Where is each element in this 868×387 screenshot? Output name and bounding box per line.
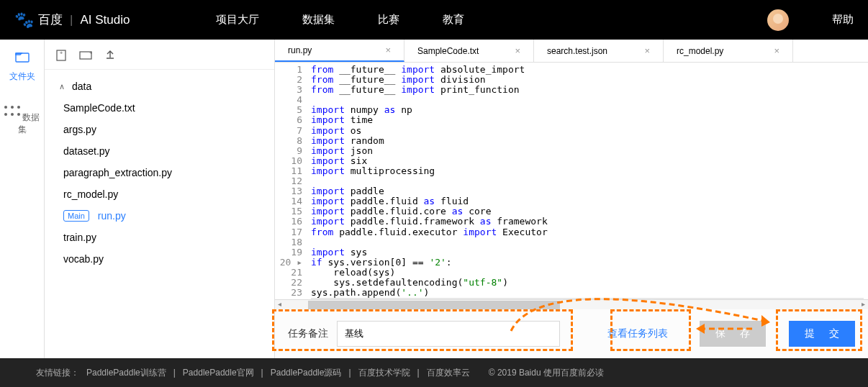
footer-link[interactable]: PaddlePaddle官网 [183,367,254,379]
left-nav-files-label: 文件夹 [9,71,35,81]
footer-link[interactable]: 百度效率云 [427,367,470,379]
tab-rc-model[interactable]: rc_model.py× [664,40,793,62]
tree-file[interactable]: paragraph_extraction.py [45,162,274,183]
code-body[interactable]: from __future__ import absolute_importfr… [307,63,868,299]
left-nav-datasets[interactable]: 数据集 [0,94,44,147]
logo-brand: 百度 [38,12,63,28]
main: 文件夹 数据集 + + data SampleCode.txt args.py … [0,40,868,358]
tree-folder-data[interactable]: data [45,76,274,97]
submit-button[interactable]: 提 交 [789,321,855,347]
editor-area: run.py× SampleCode.txt× search.test.json… [275,40,868,358]
nav-education[interactable]: 教育 [443,13,464,27]
line-gutter: 1234567891011121314151617181920 ▸2122232… [275,63,307,299]
horizontal-scrollbar[interactable] [275,299,868,309]
top-nav: 项目大厅 数据集 比赛 教育 [216,13,464,27]
task-note-label: 任务备注 [288,327,328,340]
file-toolbar: + + [45,44,274,70]
dataset-icon [4,106,20,116]
tree-file-active[interactable]: Mainrun.py [45,205,274,227]
help-link[interactable]: 帮助 [832,13,854,27]
task-note-input[interactable] [337,321,560,347]
tree-file[interactable]: rc_model.py [45,183,274,205]
tree-file[interactable]: vocab.py [45,248,274,270]
tree-file[interactable]: args.py [45,119,274,140]
footer-label: 友情链接： [36,367,79,379]
view-tasks-link[interactable]: 查看任务列表 [599,327,677,340]
file-panel: + + data SampleCode.txt args.py dataset.… [45,40,275,358]
avatar[interactable] [767,9,789,31]
file-tree: data SampleCode.txt args.py dataset.py p… [45,70,274,276]
close-icon[interactable]: × [515,45,520,56]
nav-datasets[interactable]: 数据集 [302,13,335,27]
main-badge: Main [63,210,89,222]
header: 🐾 百度 | AI Studio 项目大厅 数据集 比赛 教育 帮助 [0,0,868,40]
left-nav-files[interactable]: 文件夹 [0,40,44,94]
svg-text:+: + [60,50,63,56]
tree-file[interactable]: SampleCode.txt [45,97,274,119]
tab-run-py[interactable]: run.py× [275,40,404,62]
code-editor[interactable]: 1234567891011121314151617181920 ▸2122232… [275,63,868,299]
header-right: 帮助 [767,9,854,31]
tree-file[interactable]: train.py [45,227,274,248]
tree-file[interactable]: dataset.py [45,140,274,162]
left-nav-datasets-label: 数据集 [18,112,40,135]
footer: 友情链接： PaddlePaddle训练营| PaddlePaddle官网| P… [0,358,868,387]
bottom-bar: 任务备注 查看任务列表 保 存 提 交 [275,309,868,358]
close-icon[interactable]: × [385,45,391,55]
logo-suffix: AI Studio [80,13,130,27]
logo-divider: | [70,13,73,27]
baidu-paw-icon: 🐾 [14,11,34,29]
left-nav: 文件夹 数据集 [0,40,45,358]
scroll-thumb[interactable] [308,301,560,309]
close-icon[interactable]: × [774,45,779,56]
footer-link[interactable]: 百度技术学院 [358,367,410,379]
footer-link[interactable]: PaddlePaddle源码 [271,367,342,379]
editor-tabs: run.py× SampleCode.txt× search.test.json… [275,40,868,63]
new-folder-icon[interactable]: + [79,50,92,63]
close-icon[interactable]: × [644,45,650,56]
footer-copyright: © 2019 Baidu 使用百度前必读 [489,367,604,379]
save-button[interactable]: 保 存 [700,321,766,347]
logo[interactable]: 🐾 百度 | AI Studio [14,11,130,29]
new-file-icon[interactable]: + [56,50,66,63]
footer-link[interactable]: PaddlePaddle训练营 [86,367,166,379]
nav-competition[interactable]: 比赛 [378,13,399,27]
svg-text:+: + [89,50,92,56]
folder-icon [0,51,44,66]
tab-samplecode[interactable]: SampleCode.txt× [404,40,534,62]
nav-project-hall[interactable]: 项目大厅 [216,13,259,27]
tab-search-json[interactable]: search.test.json× [534,40,664,62]
upload-icon[interactable] [105,50,115,63]
